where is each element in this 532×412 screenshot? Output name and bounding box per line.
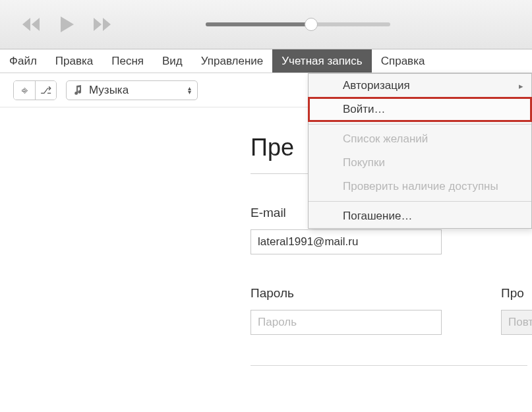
dd-redeem[interactable]: Погашение… [309, 204, 531, 228]
nav-forward-button[interactable]: ⎇ [35, 81, 56, 100]
confirm-field[interactable] [501, 310, 532, 335]
section-divider [251, 365, 527, 366]
menu-account[interactable]: Учетная запись [272, 49, 371, 73]
menubar: Файл Правка Песня Вид Управление Учетная… [0, 49, 532, 73]
chevron-updown-icon: ▴▾ [188, 86, 191, 94]
nav-segment: ⎆ ⎇ [13, 80, 57, 100]
menu-song[interactable]: Песня [102, 49, 153, 73]
play-icon[interactable] [57, 15, 76, 34]
menu-edit[interactable]: Правка [46, 49, 102, 73]
dd-check: Проверить наличие доступны [309, 175, 531, 198]
menu-help[interactable]: Справка [372, 49, 434, 73]
dd-purchases: Покупки [309, 151, 531, 175]
account-dropdown: Авторизация Войти… Список желаний Покупк… [308, 73, 532, 229]
dd-sign-in[interactable]: Войти… [309, 98, 531, 121]
password-field-group: Пароль [251, 286, 442, 335]
dd-wishlist: Список желаний [309, 127, 531, 151]
playback-bar [0, 0, 532, 49]
password-field[interactable] [251, 310, 442, 335]
menu-controls[interactable]: Управление [192, 49, 273, 73]
progress-thumb-icon[interactable] [305, 18, 318, 31]
category-select[interactable]: Музыка ▴▾ [66, 80, 198, 100]
confirm-label: Про [501, 286, 532, 301]
confirm-field-group: Про [501, 286, 532, 335]
nav-back-button[interactable]: ⎆ [14, 81, 35, 100]
menu-view[interactable]: Вид [153, 49, 192, 73]
dd-separator [309, 124, 531, 125]
next-track-icon[interactable] [91, 16, 113, 32]
progress-slider[interactable] [206, 22, 512, 26]
music-note-icon [73, 85, 82, 96]
previous-track-icon[interactable] [20, 16, 42, 32]
password-label: Пароль [251, 286, 442, 301]
dd-authorization[interactable]: Авторизация [309, 74, 531, 98]
menu-file[interactable]: Файл [0, 49, 46, 73]
email-field[interactable] [251, 229, 442, 254]
playback-controls [20, 15, 113, 34]
category-label: Музыка [89, 84, 181, 97]
dd-separator [309, 201, 531, 202]
